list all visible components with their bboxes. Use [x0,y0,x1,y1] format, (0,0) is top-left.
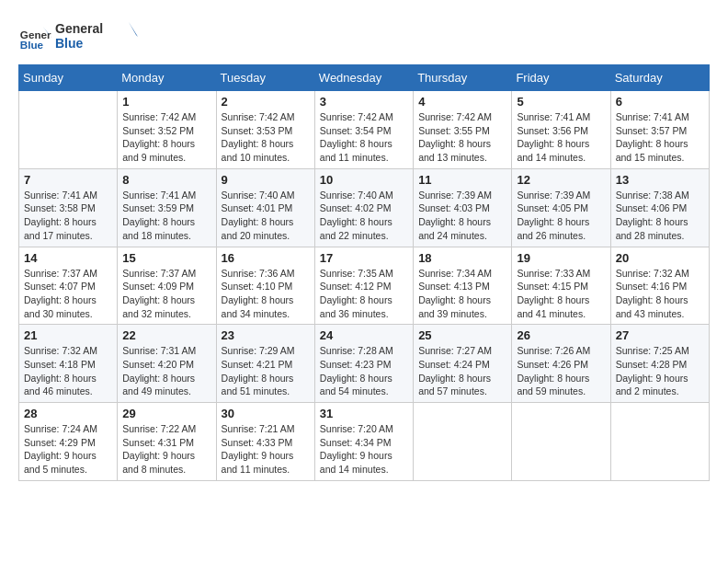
day-cell: 15Sunrise: 7:37 AM Sunset: 4:09 PM Dayli… [118,247,216,325]
day-cell: 19Sunrise: 7:33 AM Sunset: 4:15 PM Dayli… [512,247,610,325]
day-number: 26 [517,328,605,342]
day-cell: 10Sunrise: 7:40 AM Sunset: 4:02 PM Dayli… [314,168,413,247]
header-row: SundayMondayTuesdayWednesdayThursdayFrid… [19,65,710,91]
day-cell [414,403,512,481]
day-cell: 31Sunrise: 7:20 AM Sunset: 4:34 PM Dayli… [314,403,413,481]
day-number: 24 [320,328,408,342]
week-row-2: 7Sunrise: 7:41 AM Sunset: 3:58 PM Daylig… [19,168,710,247]
day-number: 27 [616,328,704,342]
day-cell: 22Sunrise: 7:31 AM Sunset: 4:20 PM Dayli… [118,325,216,403]
day-cell: 8Sunrise: 7:41 AM Sunset: 3:59 PM Daylig… [118,168,216,247]
day-number: 28 [24,407,112,420]
day-number: 23 [222,328,310,342]
day-number: 8 [122,173,210,187]
day-cell: 4Sunrise: 7:42 AM Sunset: 3:55 PM Daylig… [414,91,512,169]
day-info: Sunrise: 7:27 AM Sunset: 4:24 PM Dayligh… [418,344,506,398]
day-cell: 16Sunrise: 7:36 AM Sunset: 4:10 PM Dayli… [216,247,314,325]
day-cell: 25Sunrise: 7:27 AM Sunset: 4:24 PM Dayli… [414,325,512,403]
day-info: Sunrise: 7:26 AM Sunset: 4:26 PM Dayligh… [517,344,605,398]
day-number: 9 [222,173,310,187]
column-header-saturday: Saturday [610,65,709,91]
day-info: Sunrise: 7:42 AM Sunset: 3:54 PM Dayligh… [320,110,408,165]
column-header-tuesday: Tuesday [216,65,314,91]
day-info: Sunrise: 7:39 AM Sunset: 4:03 PM Dayligh… [418,189,506,243]
day-info: Sunrise: 7:24 AM Sunset: 4:29 PM Dayligh… [24,422,112,477]
day-info: Sunrise: 7:37 AM Sunset: 4:09 PM Dayligh… [122,267,210,321]
day-info: Sunrise: 7:40 AM Sunset: 4:01 PM Dayligh… [222,189,310,243]
day-number: 30 [222,407,310,420]
week-row-1: 1Sunrise: 7:42 AM Sunset: 3:52 PM Daylig… [19,91,710,169]
day-info: Sunrise: 7:39 AM Sunset: 4:05 PM Dayligh… [517,189,605,243]
day-info: Sunrise: 7:35 AM Sunset: 4:12 PM Dayligh… [320,267,408,321]
day-info: Sunrise: 7:41 AM Sunset: 3:57 PM Dayligh… [616,110,704,165]
calendar-table: SundayMondayTuesdayWednesdayThursdayFrid… [18,64,710,481]
day-cell: 13Sunrise: 7:38 AM Sunset: 4:06 PM Dayli… [610,168,709,247]
column-header-sunday: Sunday [19,65,118,91]
day-info: Sunrise: 7:22 AM Sunset: 4:31 PM Dayligh… [122,422,210,477]
day-number: 5 [517,95,605,109]
day-info: Sunrise: 7:29 AM Sunset: 4:21 PM Dayligh… [222,344,310,398]
day-number: 4 [418,95,506,109]
day-info: Sunrise: 7:31 AM Sunset: 4:20 PM Dayligh… [122,344,210,398]
day-cell [512,403,610,481]
day-number: 31 [320,407,408,420]
day-number: 25 [418,328,506,342]
column-header-thursday: Thursday [414,65,512,91]
day-number: 14 [24,251,112,265]
day-info: Sunrise: 7:41 AM Sunset: 3:56 PM Dayligh… [517,110,605,165]
day-cell: 6Sunrise: 7:41 AM Sunset: 3:57 PM Daylig… [610,91,709,169]
logo: General Blue General Blue [18,18,138,55]
day-cell: 7Sunrise: 7:41 AM Sunset: 3:58 PM Daylig… [19,168,118,247]
day-number: 1 [122,95,210,109]
day-info: Sunrise: 7:28 AM Sunset: 4:23 PM Dayligh… [320,344,408,398]
day-number: 29 [122,407,210,420]
day-number: 22 [122,328,210,342]
day-cell: 23Sunrise: 7:29 AM Sunset: 4:21 PM Dayli… [216,325,314,403]
day-cell: 26Sunrise: 7:26 AM Sunset: 4:26 PM Dayli… [512,325,610,403]
day-cell: 12Sunrise: 7:39 AM Sunset: 4:05 PM Dayli… [512,168,610,247]
day-info: Sunrise: 7:41 AM Sunset: 3:58 PM Dayligh… [24,189,112,243]
logo-svg: General Blue [55,18,138,55]
day-cell: 24Sunrise: 7:28 AM Sunset: 4:23 PM Dayli… [314,325,413,403]
day-cell: 20Sunrise: 7:32 AM Sunset: 4:16 PM Dayli… [610,247,709,325]
day-number: 13 [616,173,704,187]
day-cell: 18Sunrise: 7:34 AM Sunset: 4:13 PM Dayli… [414,247,512,325]
day-cell [610,403,709,481]
day-info: Sunrise: 7:34 AM Sunset: 4:13 PM Dayligh… [418,267,506,321]
page-header: General Blue General Blue [18,18,710,55]
day-info: Sunrise: 7:21 AM Sunset: 4:33 PM Dayligh… [222,422,310,477]
day-cell: 29Sunrise: 7:22 AM Sunset: 4:31 PM Dayli… [118,403,216,481]
logo-icon: General Blue [18,20,51,53]
day-number: 12 [517,173,605,187]
column-header-friday: Friday [512,65,610,91]
day-info: Sunrise: 7:25 AM Sunset: 4:28 PM Dayligh… [616,344,704,398]
day-info: Sunrise: 7:42 AM Sunset: 3:55 PM Dayligh… [418,110,506,165]
day-cell: 17Sunrise: 7:35 AM Sunset: 4:12 PM Dayli… [314,247,413,325]
day-number: 16 [222,251,310,265]
day-number: 19 [517,251,605,265]
day-number: 11 [418,173,506,187]
svg-text:Blue: Blue [55,36,84,51]
svg-text:Blue: Blue [20,39,44,51]
day-info: Sunrise: 7:20 AM Sunset: 4:34 PM Dayligh… [320,422,408,477]
day-cell: 2Sunrise: 7:42 AM Sunset: 3:53 PM Daylig… [216,91,314,169]
day-cell: 28Sunrise: 7:24 AM Sunset: 4:29 PM Dayli… [19,403,118,481]
day-cell: 5Sunrise: 7:41 AM Sunset: 3:56 PM Daylig… [512,91,610,169]
day-info: Sunrise: 7:38 AM Sunset: 4:06 PM Dayligh… [616,189,704,243]
column-header-wednesday: Wednesday [314,65,413,91]
column-header-monday: Monday [118,65,216,91]
day-info: Sunrise: 7:32 AM Sunset: 4:16 PM Dayligh… [616,267,704,321]
day-number: 21 [24,328,112,342]
day-cell: 30Sunrise: 7:21 AM Sunset: 4:33 PM Dayli… [216,403,314,481]
week-row-3: 14Sunrise: 7:37 AM Sunset: 4:07 PM Dayli… [19,247,710,325]
day-info: Sunrise: 7:42 AM Sunset: 3:53 PM Dayligh… [222,110,310,165]
day-number: 20 [616,251,704,265]
day-info: Sunrise: 7:41 AM Sunset: 3:59 PM Dayligh… [122,189,210,243]
week-row-4: 21Sunrise: 7:32 AM Sunset: 4:18 PM Dayli… [19,325,710,403]
day-info: Sunrise: 7:36 AM Sunset: 4:10 PM Dayligh… [222,267,310,321]
day-cell: 9Sunrise: 7:40 AM Sunset: 4:01 PM Daylig… [216,168,314,247]
svg-text:General: General [55,21,103,36]
day-cell: 21Sunrise: 7:32 AM Sunset: 4:18 PM Dayli… [19,325,118,403]
day-cell: 3Sunrise: 7:42 AM Sunset: 3:54 PM Daylig… [314,91,413,169]
day-info: Sunrise: 7:40 AM Sunset: 4:02 PM Dayligh… [320,189,408,243]
